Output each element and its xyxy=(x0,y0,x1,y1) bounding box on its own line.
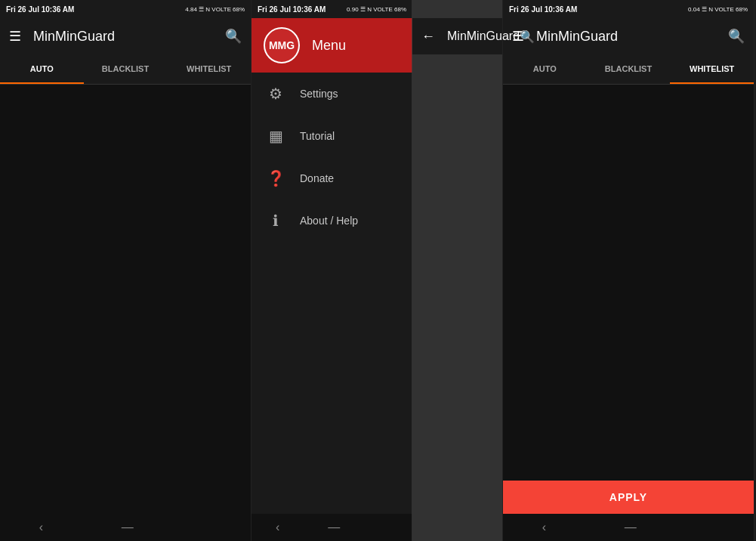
nav-bar-left: ‹ — xyxy=(0,514,251,541)
drawer-header: MMG Menu xyxy=(251,18,412,73)
app-title-middle: MinMinGuard xyxy=(447,29,520,43)
about-icon: ℹ xyxy=(267,212,285,230)
status-time-left: Fri 26 Jul 10:36 AM xyxy=(6,5,74,14)
panel-right: Fri 26 Jul 10:36 AM 0.04 ☰ N VOLTE 68% ☰… xyxy=(503,0,754,541)
toolbar-right: ☰ MinMinGuard 🔍 xyxy=(503,18,754,54)
status-bar-middle: Fri 26 Jul 10:36 AM 0.90 ☰ N VOLTE 68% xyxy=(251,0,412,18)
search-icon-middle[interactable]: 🔍 xyxy=(520,29,535,44)
status-time-right: Fri 26 Jul 10:36 AM xyxy=(509,5,577,14)
app-title-left: MinMinGuard xyxy=(33,29,213,45)
back-btn-left[interactable]: ‹ xyxy=(39,521,43,534)
back-btn-right[interactable]: ‹ xyxy=(542,521,546,534)
settings-icon: ⚙ xyxy=(267,85,285,103)
home-btn-left[interactable]: — xyxy=(122,521,134,534)
about-label: About / Help xyxy=(300,215,358,227)
drawer-overlay[interactable] xyxy=(412,0,502,541)
battery-pct-left: 68% xyxy=(233,6,245,13)
drawer-title: Menu xyxy=(312,38,346,54)
panel-middle: Fri 26 Jul 10:36 AM 0.90 ☰ N VOLTE 68% M… xyxy=(251,0,503,541)
navigation-drawer: Fri 26 Jul 10:36 AM 0.90 ☰ N VOLTE 68% M… xyxy=(251,0,412,541)
panel-left: Fri 26 Jul 10:36 AM 4.84 ☰ N VOLTE 68% ☰… xyxy=(0,0,251,541)
nav-bar-middle: ‹ — xyxy=(251,514,412,541)
battery-icon-left: 4.84 ☰ N VOLTE xyxy=(185,6,231,13)
drawer-item-donate[interactable]: ❓ Donate xyxy=(251,157,412,199)
search-icon-right[interactable]: 🔍 xyxy=(728,28,745,45)
settings-label: Settings xyxy=(300,88,338,100)
toolbar-behind-overlay: ← MinMinGuard 🔍 xyxy=(412,18,502,54)
drawer-item-settings[interactable]: ⚙ Settings xyxy=(251,73,412,115)
tutorial-icon: ▦ xyxy=(267,127,285,145)
apply-button[interactable]: APPLY xyxy=(503,481,754,514)
app-list-left xyxy=(0,85,251,514)
tabs-right: AUTO BLACKLIST WHITELIST xyxy=(503,54,754,85)
nav-bar-right: ‹ — xyxy=(503,514,754,541)
tutorial-label: Tutorial xyxy=(300,130,335,142)
search-icon-left[interactable]: 🔍 xyxy=(225,28,242,45)
menu-icon-left[interactable]: ☰ xyxy=(9,28,21,45)
home-btn-middle[interactable]: — xyxy=(328,521,340,534)
tabs-left: AUTO BLACKLIST WHITELIST xyxy=(0,54,251,85)
tab-whitelist-left[interactable]: WHITELIST xyxy=(167,54,251,84)
status-icons-left: 4.84 ☰ N VOLTE 68% xyxy=(185,6,245,13)
toolbar-left: ☰ MinMinGuard 🔍 xyxy=(0,18,251,54)
tab-whitelist-right[interactable]: WHITELIST xyxy=(670,54,754,84)
status-icons-middle: 0.90 ☰ N VOLTE 68% xyxy=(347,6,406,13)
back-icon-middle[interactable]: ← xyxy=(421,29,435,45)
drawer-item-about[interactable]: ℹ About / Help xyxy=(251,199,412,242)
status-icons-right: 0.04 ☰ N VOLTE 68% xyxy=(688,6,748,13)
status-time-middle: Fri 26 Jul 10:36 AM xyxy=(258,5,326,14)
app-list-right xyxy=(503,85,754,481)
back-btn-middle[interactable]: ‹ xyxy=(276,521,279,534)
app-title-right: MinMinGuard xyxy=(536,29,716,45)
status-bar-left: Fri 26 Jul 10:36 AM 4.84 ☰ N VOLTE 68% xyxy=(0,0,251,18)
mmg-badge: MMG xyxy=(264,27,300,63)
tab-blacklist-right[interactable]: BLACKLIST xyxy=(587,54,671,84)
tab-auto-left[interactable]: AUTO xyxy=(0,54,84,84)
donate-label: Donate xyxy=(300,172,334,184)
donate-icon: ❓ xyxy=(267,169,285,187)
tab-auto-right[interactable]: AUTO xyxy=(503,54,587,84)
tab-blacklist-left[interactable]: BLACKLIST xyxy=(84,54,168,84)
drawer-item-tutorial[interactable]: ▦ Tutorial xyxy=(251,115,412,157)
status-bar-right: Fri 26 Jul 10:36 AM 0.04 ☰ N VOLTE 68% xyxy=(503,0,754,18)
home-btn-right[interactable]: — xyxy=(625,521,637,534)
